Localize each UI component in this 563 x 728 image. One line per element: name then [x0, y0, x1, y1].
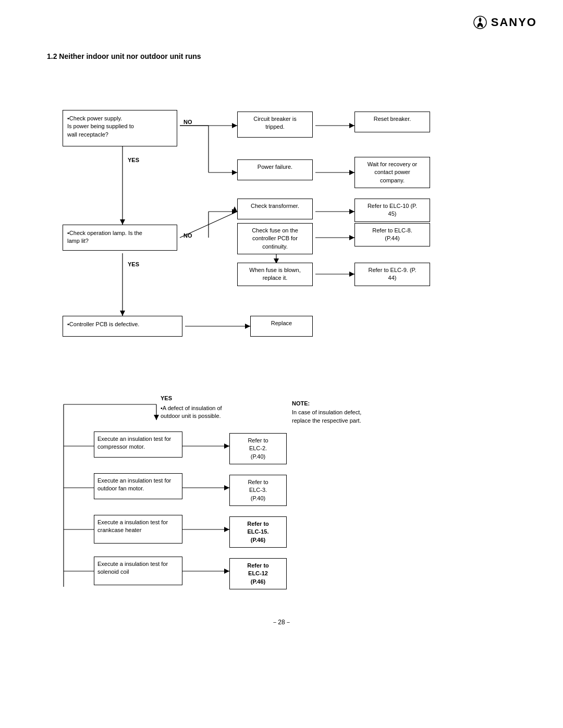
- svg-marker-10: [349, 123, 354, 128]
- flowchart-1: •Check power supply. Is power being supp…: [31, 76, 532, 368]
- svg-marker-43: [224, 527, 229, 532]
- logo: SANYO: [472, 15, 537, 30]
- svg-marker-23: [349, 235, 354, 240]
- refer-elc3-box: Refer to ELC-3. (P.40): [229, 475, 287, 506]
- svg-marker-39: [224, 443, 229, 449]
- note-title: NOTE:: [292, 400, 310, 406]
- yes2-label: YES: [128, 261, 139, 267]
- svg-marker-4: [232, 123, 237, 128]
- page-number: －28－: [31, 618, 532, 627]
- check-fuse-box: Check fuse on the controller PCB for con…: [237, 223, 313, 254]
- svg-marker-25: [349, 272, 354, 277]
- outdoor-fan-box: Execute an insulation test for outdoor f…: [94, 473, 182, 499]
- check-power-box: •Check power supply. Is power being supp…: [63, 110, 177, 146]
- refer-elc2-box: Refer to ELC-2. (P.40): [229, 433, 287, 464]
- refer-elc10-box: Refer to ELC-10 (P. 45): [354, 199, 430, 222]
- svg-marker-12: [349, 170, 354, 175]
- controller-defective-box: •Controller PCB is defective.: [63, 316, 182, 337]
- replace-box: Replace: [250, 316, 313, 337]
- refer-elc9-box: Refer to ELC-9. (P. 44): [354, 263, 430, 286]
- logo-text: SANYO: [491, 16, 537, 29]
- refer-elc8-box: Refer to ELC-8. (P.44): [354, 223, 430, 246]
- check-lamp-box: •Check operation lamp. Is the lamp lit?: [63, 225, 177, 251]
- compressor-box: Execute an insulation test for compresso…: [94, 431, 182, 458]
- yes1-label: YES: [128, 157, 139, 163]
- refer-elc15-box: Refer to ELC-15. (P.46): [229, 516, 287, 548]
- svg-marker-41: [224, 485, 229, 490]
- defect-note: •A defect of insulation of outdoor unit …: [161, 404, 222, 421]
- yes-top-label: YES: [161, 395, 172, 401]
- svg-marker-2: [120, 219, 125, 225]
- svg-marker-32: [154, 415, 159, 420]
- wait-recovery-box: Wait for recovery or contact power compa…: [354, 157, 430, 188]
- flowchart-2: YES •A defect of insulation of outdoor u…: [31, 389, 532, 608]
- svg-marker-19: [349, 209, 354, 214]
- svg-marker-27: [120, 311, 125, 316]
- page: SANYO 1.2 Neither indoor unit nor outdoo…: [0, 0, 563, 728]
- svg-marker-14: [232, 206, 237, 212]
- svg-marker-29: [245, 324, 250, 329]
- svg-marker-45: [224, 569, 229, 574]
- note-box: NOTE: In case of insulation defect, repl…: [292, 399, 361, 425]
- solenoid-box: Execute a insulation test for solenoid c…: [94, 557, 182, 585]
- power-failure-box: Power failure.: [237, 159, 313, 180]
- no2-label: NO: [183, 232, 192, 239]
- svg-marker-17: [232, 209, 237, 214]
- sanyo-logo-icon: [472, 15, 488, 30]
- note-text: In case of insulation defect, replace th…: [292, 409, 361, 424]
- svg-marker-8: [232, 170, 237, 175]
- circuit-breaker-box: Circuit breaker is tripped.: [237, 112, 313, 138]
- crankcase-box: Execute a insulation test for crankcase …: [94, 515, 182, 544]
- no1-label: NO: [183, 119, 192, 125]
- reset-breaker-box: Reset breaker.: [354, 112, 430, 132]
- fuse-blown-box: When fuse is blown, replace it.: [237, 263, 313, 286]
- refer-elc12-box: Refer to ELC-12 (P.46): [229, 558, 287, 589]
- section-title: 1.2 Neither indoor unit nor outdoor unit…: [47, 52, 532, 60]
- check-transformer-box: Check transformer.: [237, 199, 313, 219]
